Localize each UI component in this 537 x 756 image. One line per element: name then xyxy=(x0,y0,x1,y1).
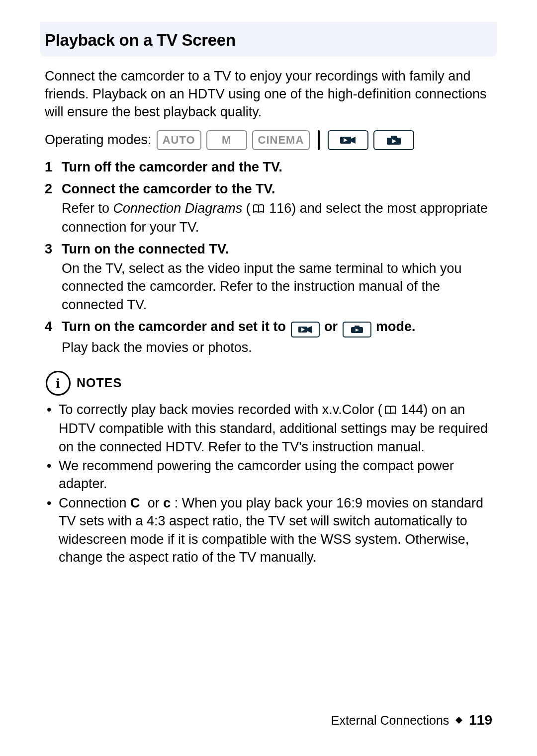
section-title: Playback on a TV Screen xyxy=(45,31,497,50)
operating-modes-row: Operating modes: AUTO M CINEMA xyxy=(45,130,497,150)
manual-page: Playback on a TV Screen Connect the camc… xyxy=(0,0,537,756)
mode-cinema-icon: CINEMA xyxy=(252,130,310,150)
step-4-head-middle: or xyxy=(324,319,342,334)
notes-label: NOTES xyxy=(77,376,122,390)
book-icon xyxy=(253,200,265,218)
steps-list: Turn off the camcorder and the TV. Conne… xyxy=(40,158,497,357)
note-3-mid: or xyxy=(144,496,163,510)
step-2-head: Connect the camcorder to the TV. xyxy=(62,181,275,196)
info-icon: i xyxy=(46,371,71,396)
mode-divider xyxy=(318,130,320,150)
mode-manual-icon: M xyxy=(206,130,247,150)
step-2-body: Refer to Connection Diagrams ( 116) and … xyxy=(62,199,497,237)
mode-auto-icon: AUTO xyxy=(157,130,201,150)
step-3-body: On the TV, select as the video input the… xyxy=(62,259,497,314)
note-2: We recommend powering the camcorder usin… xyxy=(45,457,497,493)
step-4-head-suffix: mode. xyxy=(376,319,416,334)
step-1-head: Turn off the camcorder and the TV. xyxy=(62,160,282,174)
notes-list: To correctly play back movies recorded w… xyxy=(40,401,497,567)
note-1: To correctly play back movies recorded w… xyxy=(45,401,497,456)
intro-paragraph: Connect the camcorder to a TV to enjoy y… xyxy=(45,68,497,121)
page-footer: External Connections 119 xyxy=(331,712,492,728)
step-2-ref-label: Connection Diagrams xyxy=(113,201,243,216)
step-4-head: Turn on the camcorder and set it to or m… xyxy=(62,319,416,334)
section-header-band: Playback on a TV Screen xyxy=(40,22,497,57)
step-3: Turn on the connected TV. On the TV, sel… xyxy=(45,240,497,314)
step-2-ref-page: 116 xyxy=(269,201,291,216)
step-4-body: Play back the movies or photos. xyxy=(62,338,497,356)
svg-marker-1 xyxy=(351,137,356,144)
note-1-prefix: To correctly play back movies recorded w… xyxy=(59,402,382,417)
movie-play-mode-inline-icon xyxy=(291,322,320,337)
step-4: Turn on the camcorder and set it to or m… xyxy=(45,318,497,356)
note-3: Connection C or c : When you play back y… xyxy=(45,494,497,567)
footer-section: External Connections xyxy=(331,713,449,727)
operating-modes-label: Operating modes: xyxy=(45,132,152,148)
step-2-prefix: Refer to xyxy=(62,201,113,216)
notes-header: i NOTES xyxy=(46,371,497,396)
step-3-head: Turn on the connected TV. xyxy=(62,242,229,256)
svg-rect-4 xyxy=(391,136,397,139)
connection-c-upper: C xyxy=(130,496,140,510)
connection-c-lower: c xyxy=(163,496,171,510)
book-icon xyxy=(384,402,396,420)
photo-play-mode-inline-icon xyxy=(343,322,371,337)
svg-rect-11 xyxy=(355,326,359,328)
step-4-head-prefix: Turn on the camcorder and set it to xyxy=(62,319,290,334)
svg-marker-8 xyxy=(307,326,312,333)
movie-play-mode-icon xyxy=(328,130,368,150)
step-1: Turn off the camcorder and the TV. xyxy=(45,158,497,176)
footer-page-number: 119 xyxy=(469,712,492,728)
step-2: Connect the camcorder to the TV. Refer t… xyxy=(45,180,497,236)
note-1-ref-page: 144 xyxy=(401,402,423,417)
note-3-prefix: Connection xyxy=(59,496,130,510)
diamond-icon xyxy=(455,717,462,724)
photo-play-mode-icon xyxy=(373,130,414,150)
